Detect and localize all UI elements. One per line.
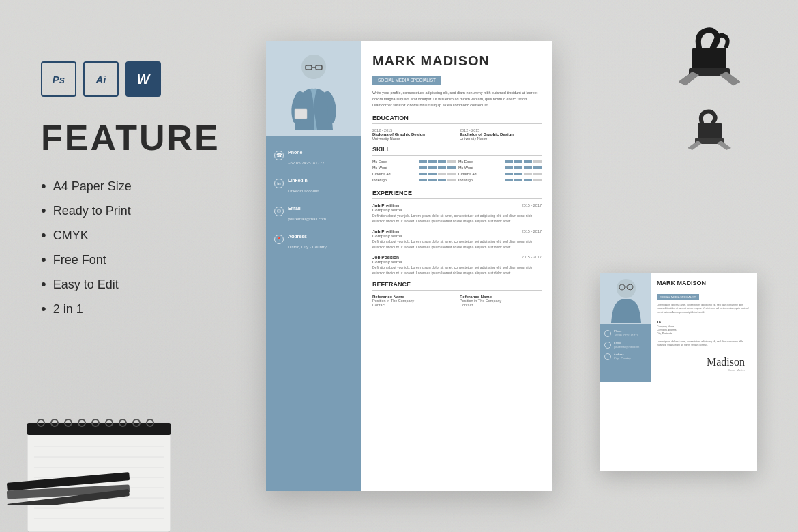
svg-rect-31 xyxy=(692,48,726,72)
exp-item-2: Job Position 2015 - 2017 Company Name De… xyxy=(372,229,542,250)
feature-list: A4 Paper Size Ready to Print CMYK Free F… xyxy=(41,177,259,318)
cover-sidebar-contacts: Phone+62 85 7435141777 Emailyouremail@ma… xyxy=(600,324,651,370)
exp-header: Job Position 2015 - 2017 xyxy=(372,255,542,260)
cover-name: MARK MADISON xyxy=(657,280,752,286)
cover-main-content: MARK MADISON SOCIAL MEDIA SPECIALIST Lor… xyxy=(651,273,757,382)
skill-bars xyxy=(419,179,456,181)
skill-bars xyxy=(505,166,542,169)
address-icon: 📍 xyxy=(274,235,284,244)
resume-name: MARK MADISON xyxy=(372,53,542,69)
software-icons: Ps Ai W xyxy=(41,61,259,97)
skill-bar xyxy=(428,179,437,181)
skills-section: Ms Excel Ms Word xyxy=(372,160,542,184)
cover-letter-document: Phone+62 85 7435141777 Emailyouremail@ma… xyxy=(600,273,757,471)
skill-bar xyxy=(447,179,456,181)
skill-item: Indesign xyxy=(372,178,456,182)
skill-bar xyxy=(419,179,427,181)
skill-item: Ms Word xyxy=(372,166,456,170)
skill-bars xyxy=(419,160,456,163)
word-icon: W xyxy=(125,61,161,97)
skill-bar xyxy=(447,160,456,163)
skill-bar xyxy=(438,160,446,163)
skill-bar xyxy=(514,160,522,163)
skill-bar xyxy=(533,166,542,169)
resume-photo xyxy=(266,41,361,136)
referance-heading: REFERANCE xyxy=(372,281,542,291)
skill-bar xyxy=(505,179,513,181)
resume-top-section: ☎ Phone +62 85 7435141777 in Linkedin Li… xyxy=(266,41,552,491)
ref-item-1: Referance Name Position in The Company C… xyxy=(372,295,454,307)
cover-contact-row: AddressCity - Country xyxy=(604,353,647,360)
binder-clip-decoration xyxy=(675,27,743,116)
feature-title: FEATURE xyxy=(41,117,259,158)
feature-item: Free Font xyxy=(41,251,259,269)
skill-bar xyxy=(447,173,456,175)
skill-bar xyxy=(419,160,427,163)
illustrator-icon: Ai xyxy=(83,61,119,97)
skill-bars xyxy=(505,179,542,181)
signature: Madison xyxy=(664,356,745,368)
cover-sidebar: Phone+62 85 7435141777 Emailyouremail@ma… xyxy=(600,273,651,382)
skill-bar xyxy=(524,166,532,169)
skill-bar xyxy=(438,166,446,169)
resume-job-title: SOCIAL MEDIA SPECIALIST xyxy=(372,76,441,85)
skill-bar xyxy=(447,166,456,169)
skill-bar xyxy=(428,173,437,175)
contact-dot xyxy=(604,353,611,360)
skill-bars xyxy=(505,173,542,175)
skill-bars xyxy=(419,166,456,169)
skill-bar xyxy=(419,166,427,169)
skill-bar xyxy=(524,160,532,163)
resume-document: ☎ Phone +62 85 7435141777 in Linkedin Li… xyxy=(266,41,552,491)
contact-dot xyxy=(604,342,611,349)
skill-bar xyxy=(514,173,522,175)
cover-photo xyxy=(600,273,651,324)
skill-bar xyxy=(428,160,437,163)
svg-rect-33 xyxy=(698,123,722,140)
skill-bar xyxy=(505,173,513,175)
edu-item-2: 2012 - 2015 Bachelor of Graphic Design U… xyxy=(460,128,542,141)
skill-col-right: Ms Excel Ms Word xyxy=(458,160,542,184)
signature-subtitle: Cover Master xyxy=(664,368,745,372)
education-section: 2012 - 2015 Diploma of Graphic Design Un… xyxy=(372,128,542,141)
skill-bar xyxy=(524,173,532,175)
skill-item: Ms Word xyxy=(458,166,542,170)
skill-bars xyxy=(419,173,456,175)
feature-item: 2 in 1 xyxy=(41,300,259,318)
ref-item-2: Referance Name Position in The Company C… xyxy=(460,295,542,307)
cover-to-section: To Company NameCompany AddressCity, Post… xyxy=(657,320,752,336)
resume-bio: Write your profile, consectetuer adipisc… xyxy=(372,90,542,108)
skill-item: Ms Excel xyxy=(458,160,542,164)
skill-heading: SKILL xyxy=(372,146,542,156)
edu-item-1: 2012 - 2015 Diploma of Graphic Design Un… xyxy=(372,128,454,141)
cover-to-details: Company NameCompany AddressCity, Postcod… xyxy=(657,325,752,336)
exp-header: Job Position 2015 - 2017 xyxy=(372,229,542,234)
skill-bar xyxy=(419,173,427,175)
email-icon: ✉ xyxy=(274,207,284,216)
skill-bar xyxy=(438,179,446,181)
signature-area: Madison Cover Master xyxy=(657,353,752,375)
main-wrapper: Ps Ai W FEATURE A4 Paper Size Ready to P… xyxy=(0,0,798,532)
skill-bar xyxy=(533,160,542,163)
experience-heading: EXPERIENCE xyxy=(372,190,542,199)
education-heading: EDUCATION xyxy=(372,115,542,124)
skill-bar xyxy=(428,166,437,169)
person-avatar xyxy=(286,48,341,130)
exp-header: Job Position 2015 - 2017 xyxy=(372,203,542,208)
photoshop-icon: Ps xyxy=(41,61,76,97)
svg-rect-26 xyxy=(295,109,307,119)
referance-section: Referance Name Position in The Company C… xyxy=(372,295,542,307)
cover-to-label: To xyxy=(657,320,752,324)
binder-clip-2 xyxy=(685,109,733,171)
feature-item: A4 Paper Size xyxy=(41,177,259,195)
sidebar-address: 📍 Address Distric, City - Country xyxy=(274,234,353,251)
sidebar-linkedin: in Linkedin Linkedin.account xyxy=(274,178,353,195)
sidebar-contacts: ☎ Phone +62 85 7435141777 in Linkedin Li… xyxy=(266,136,361,270)
linkedin-icon: in xyxy=(274,179,284,188)
cover-contact-row: Emailyouremail@mail.com xyxy=(604,341,647,349)
cover-letter-body-2: Lorem ipsum dolor sit amet, consectetuer… xyxy=(657,340,752,348)
skill-bar xyxy=(524,179,532,181)
skill-item: Cinema 4d xyxy=(458,172,542,176)
skill-bar xyxy=(533,173,542,175)
left-section: Ps Ai W FEATURE A4 Paper Size Ready to P… xyxy=(41,61,259,325)
